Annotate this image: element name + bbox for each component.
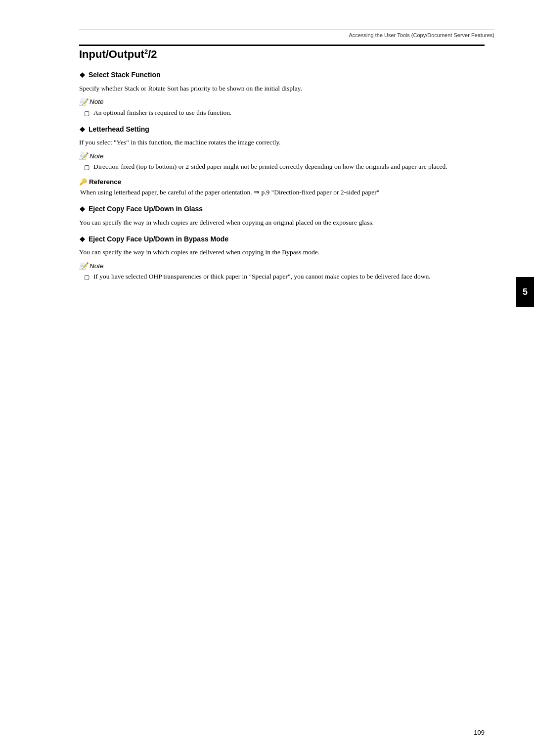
- subsection-eject-bypass: ❖ Eject Copy Face Up/Down in Bypass Mode…: [79, 235, 485, 282]
- main-content: Input/Output2/2 ❖ Select Stack Function …: [79, 45, 485, 716]
- note-item-text-0: An optional finisher is required to use …: [93, 108, 485, 118]
- note-label-letterhead: 📝 Note: [79, 152, 485, 160]
- note-label-eject-bypass: 📝 Note: [79, 262, 485, 270]
- note-icon-select-stack: 📝: [79, 98, 88, 106]
- subsection-letterhead-setting: ❖ Letterhead Setting If you select "Yes"…: [79, 125, 485, 198]
- subsection-header-eject-glass: ❖ Eject Copy Face Up/Down in Glass: [79, 205, 485, 215]
- page-header: Accessing the User Tools (Copy/Document …: [79, 30, 494, 38]
- header-rule: [79, 30, 494, 30]
- subsection-title-eject-glass: Eject Copy Face Up/Down in Glass: [89, 205, 203, 213]
- diamond-icon-select-stack: ❖: [79, 71, 86, 81]
- note-icon-eject-bypass: 📝: [79, 262, 88, 270]
- diamond-icon-eject-glass: ❖: [79, 205, 86, 215]
- note-eject-bypass: 📝 Note ▢ If you have selected OHP transp…: [79, 262, 485, 282]
- chapter-tab: 5: [516, 277, 534, 307]
- subsection-title-eject-bypass: Eject Copy Face Up/Down in Bypass Mode: [89, 235, 228, 243]
- page-number: 109: [474, 729, 485, 736]
- chapter-number: 5: [523, 287, 528, 297]
- page-container: Accessing the User Tools (Copy/Document …: [0, 0, 534, 756]
- subsection-header-select-stack-function: ❖ Select Stack Function: [79, 71, 485, 81]
- note-item-text-eject-bypass-0: If you have selected OHP transparencies …: [93, 272, 485, 282]
- checkbox-icon-letterhead-0: ▢: [84, 163, 89, 172]
- header-text: Accessing the User Tools (Copy/Document …: [79, 32, 494, 38]
- subsection-title-select-stack: Select Stack Function: [89, 71, 160, 79]
- subsection-body-eject-glass: You can specify the way in which copies …: [79, 218, 485, 228]
- reference-body-letterhead: When using letterhead paper, be careful …: [79, 188, 485, 198]
- note-label-select-stack: 📝 Note: [79, 98, 485, 106]
- checkbox-icon-eject-bypass-0: ▢: [84, 273, 89, 282]
- subsection-eject-glass: ❖ Eject Copy Face Up/Down in Glass You c…: [79, 205, 485, 228]
- diamond-icon-eject-bypass: ❖: [79, 235, 86, 245]
- subsection-title-letterhead: Letterhead Setting: [89, 125, 149, 133]
- reference-letterhead: 🔑 Reference When using letterhead paper,…: [79, 178, 485, 198]
- section-title-rule: [79, 45, 485, 46]
- diamond-icon-letterhead: ❖: [79, 125, 86, 135]
- note-icon-letterhead: 📝: [79, 152, 88, 160]
- subsection-body-select-stack: Specify whether Stack or Rotate Sort has…: [79, 84, 485, 94]
- subsection-body-eject-bypass: You can specify the way in which copies …: [79, 247, 485, 258]
- subsection-body-letterhead: If you select "Yes" in this function, th…: [79, 138, 485, 148]
- subsection-header-letterhead: ❖ Letterhead Setting: [79, 125, 485, 135]
- section-title: Input/Output2/2: [79, 48, 485, 61]
- note-item-select-stack-0: ▢ An optional finisher is required to us…: [79, 108, 485, 118]
- note-select-stack: 📝 Note ▢ An optional finisher is require…: [79, 98, 485, 118]
- checkbox-icon-0: ▢: [84, 109, 89, 118]
- note-item-text-letterhead-0: Direction-fixed (top to bottom) or 2-sid…: [93, 162, 485, 172]
- reference-label-letterhead: 🔑 Reference: [79, 178, 485, 186]
- subsection-select-stack-function: ❖ Select Stack Function Specify whether …: [79, 71, 485, 118]
- subsection-header-eject-bypass: ❖ Eject Copy Face Up/Down in Bypass Mode: [79, 235, 485, 245]
- reference-key-icon: 🔑: [79, 178, 87, 186]
- note-item-letterhead-0: ▢ Direction-fixed (top to bottom) or 2-s…: [79, 162, 485, 172]
- note-letterhead: 📝 Note ▢ Direction-fixed (top to bottom)…: [79, 152, 485, 172]
- note-item-eject-bypass-0: ▢ If you have selected OHP transparencie…: [79, 272, 485, 282]
